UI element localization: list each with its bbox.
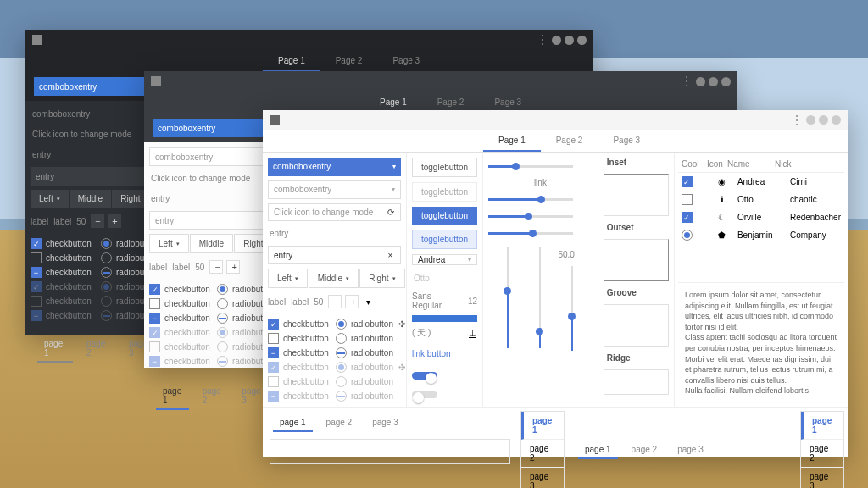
table-row[interactable]: ℹOttochaotic [678, 191, 844, 208]
left-panel: comboboxentry▾ Click icon to change mode… [144, 142, 280, 419]
hint-text: Click icon to change mode [149, 170, 275, 186]
toggle-button-active[interactable]: togglebutton [412, 207, 477, 225]
scale-value: 50.0 [556, 247, 588, 263]
radio[interactable] [101, 238, 112, 249]
spin-plus[interactable]: + [226, 260, 240, 274]
tab-page1[interactable]: Page 1 [263, 51, 320, 72]
checkbox[interactable]: ✓ [149, 284, 160, 295]
window-minimize[interactable] [806, 115, 815, 125]
radio[interactable] [217, 298, 228, 309]
h-scale-1[interactable] [488, 161, 573, 171]
checkbox[interactable] [31, 267, 42, 278]
combobox-entry[interactable]: comboboxentry▾ [34, 77, 161, 96]
tab-page2[interactable]: Page 2 [320, 51, 378, 72]
table-row[interactable]: ✓☾OrvilleRedenbacher [678, 208, 844, 226]
titlebar[interactable] [144, 71, 737, 92]
toggle-button[interactable]: togglebutton [412, 158, 477, 177]
pagetab-1[interactable]: page 1 [156, 383, 189, 410]
stack-page-3[interactable]: page 3 [521, 468, 564, 488]
h-scale-2[interactable] [488, 194, 573, 204]
btn-middle[interactable]: Middle [190, 234, 233, 253]
btn-left[interactable]: Left▾ [31, 190, 69, 208]
clear-icon[interactable]: × [386, 251, 395, 260]
entry-input[interactable]: entry [149, 211, 275, 230]
checkbox[interactable] [268, 347, 279, 358]
window-maximize[interactable] [819, 115, 828, 125]
spin-minus[interactable]: − [209, 260, 223, 274]
checkbox[interactable]: ✓ [268, 319, 279, 330]
table-row[interactable]: ✓◉AndreaCimi [678, 173, 844, 191]
h-scale-4[interactable] [488, 228, 573, 238]
checkbox[interactable] [268, 333, 279, 344]
v-scale-3[interactable] [566, 266, 578, 351]
btn-left[interactable]: Left▾ [149, 234, 189, 253]
spin-plus[interactable]: + [345, 295, 359, 308]
radio[interactable] [101, 267, 112, 278]
window-maximize[interactable] [709, 77, 718, 86]
window-close[interactable] [832, 115, 841, 125]
titlebar[interactable] [25, 30, 593, 50]
tab-page3[interactable]: Page 3 [598, 130, 655, 152]
entry-input[interactable]: entry× [268, 246, 401, 264]
radio[interactable] [336, 333, 347, 344]
combobox-entry[interactable]: comboboxentry▾ [268, 158, 401, 176]
checkbox [268, 376, 279, 387]
checkbox[interactable]: ✓ [31, 238, 42, 249]
h-scale-3[interactable] [488, 211, 573, 221]
radio[interactable] [336, 319, 347, 330]
spin-plus[interactable]: + [108, 214, 121, 228]
stack-page-1[interactable]: page 1 [521, 412, 564, 440]
menu-icon[interactable] [542, 35, 543, 45]
checkbox[interactable] [31, 252, 42, 263]
hint-row[interactable]: Click icon to change mode⟳ [268, 203, 401, 222]
main-tabs: Page 1 Page 2 Page 3 [263, 130, 848, 152]
titlebar[interactable] [263, 110, 848, 130]
checkbox[interactable] [149, 313, 160, 324]
color-button[interactable] [412, 315, 477, 322]
spin-minus[interactable]: − [328, 295, 342, 308]
combo-placeholder[interactable]: comboboxentry▾ [268, 180, 401, 199]
tab-page3[interactable]: Page 3 [377, 51, 435, 72]
combo-placeholder[interactable]: comboboxentry▾ [149, 147, 275, 166]
v-scale-1[interactable] [502, 247, 514, 348]
stack-page-2[interactable]: page 2 [521, 440, 564, 468]
menu-icon[interactable] [686, 76, 687, 86]
menu-icon[interactable] [796, 115, 798, 125]
btn-right[interactable]: Right▾ [359, 269, 404, 288]
toggle-button-suggested[interactable]: togglebutton [412, 230, 477, 249]
tab-page1[interactable]: Page 1 [483, 130, 541, 152]
switch-off[interactable] [412, 391, 437, 398]
radio[interactable] [101, 252, 112, 263]
radio[interactable] [336, 347, 347, 358]
window-minimize[interactable] [696, 77, 705, 86]
spin-minus[interactable]: − [91, 214, 104, 228]
upload-icon[interactable]: ⊥ [468, 329, 477, 338]
pagetab[interactable]: page 1 [273, 414, 313, 432]
frame-outset [604, 239, 669, 281]
pagetab-2[interactable]: page 2 [80, 336, 115, 363]
table-row[interactable]: ⬟BenjaminCompany [678, 226, 844, 244]
btn-middle[interactable]: Middle▾ [309, 269, 359, 288]
v-scale-2[interactable] [534, 247, 546, 348]
switch-on[interactable] [412, 372, 437, 379]
gear-icon[interactable]: ✣ [398, 319, 407, 329]
checkbox[interactable] [149, 298, 160, 309]
btn-left[interactable]: Left▾ [268, 269, 308, 288]
window-minimize[interactable] [552, 36, 561, 45]
combobox-entry[interactable]: comboboxentry▾ [153, 119, 280, 137]
select-andrea[interactable]: Andrea▾ [412, 254, 477, 265]
refresh-icon[interactable]: ⟳ [386, 208, 395, 217]
pagetab-2[interactable]: page 2 [196, 383, 229, 410]
window-maximize[interactable] [565, 36, 574, 45]
pagetab-1[interactable]: page 1 [37, 336, 73, 363]
radio [101, 296, 112, 307]
btn-right[interactable]: Right [112, 190, 148, 208]
window-close[interactable] [721, 77, 731, 86]
link-button[interactable]: link button [412, 344, 477, 363]
radio[interactable] [217, 313, 228, 324]
btn-middle[interactable]: Middle [70, 190, 111, 208]
window-close[interactable] [577, 36, 587, 45]
tab-page2[interactable]: Page 2 [541, 130, 598, 152]
radio[interactable] [217, 284, 228, 295]
chevron-down-icon[interactable]: ▾ [364, 297, 373, 307]
